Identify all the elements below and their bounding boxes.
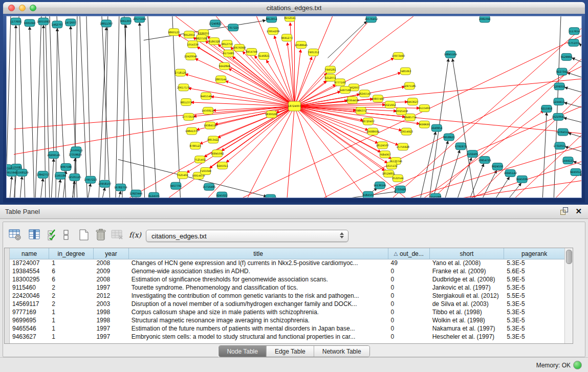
graph-node[interactable]: 1209358 [554, 83, 565, 90]
graph-node[interactable]: 10807487 [372, 95, 384, 102]
table-row[interactable]: 2242004622012Investigating the contribut… [10, 292, 565, 300]
tab-network-table[interactable]: Network Table [314, 346, 369, 357]
graph-node[interactable]: 9115460 [419, 105, 430, 112]
graph-node[interactable]: 8624550 [492, 163, 503, 170]
graph-node[interactable]: 17310551 [553, 142, 566, 149]
graph-node[interactable]: 9245012 [570, 168, 581, 176]
graph-node[interactable]: 7905352 [308, 49, 319, 56]
graph-node[interactable]: 12923446 [129, 190, 142, 197]
graph-node[interactable]: 9175685 [223, 50, 234, 57]
graph-node[interactable]: 9457791 [170, 182, 182, 189]
table-row[interactable]: 1830029562008Estimation of significance … [10, 275, 565, 283]
graph-node[interactable]: 18720407 [362, 118, 375, 125]
graph-node[interactable]: 10973493 [392, 52, 405, 59]
graph-node[interactable]: 9853422 [208, 136, 219, 143]
graph-node[interactable]: 8780123 [190, 142, 201, 149]
graph-node[interactable]: 6497568 [339, 86, 351, 94]
graph-node[interactable]: 9851373 [181, 99, 192, 106]
graph-node[interactable]: 16210643 [552, 113, 564, 120]
vertical-scrollbar[interactable] [564, 248, 573, 343]
table-row[interactable]: 946554611997Estimation of the future num… [10, 324, 565, 333]
graph-node[interactable]: 16055093 [37, 18, 50, 25]
float-panel-icon[interactable] [560, 207, 568, 215]
graph-node[interactable]: 15716485 [203, 183, 215, 190]
graph-node[interactable]: 9699695 [419, 121, 430, 128]
function-builder-icon[interactable]: f(x) [128, 228, 142, 242]
deselect-all-icon[interactable] [62, 228, 71, 242]
graph-node[interactable]: 12764512 [556, 128, 569, 136]
graph-node[interactable]: 13654923 [400, 128, 413, 135]
graph-node[interactable]: 1615132 [386, 162, 397, 169]
close-panel-icon[interactable]: ✕ [575, 207, 582, 215]
graph-node[interactable]: 16782759 [114, 184, 127, 191]
select-all-icon[interactable] [46, 228, 60, 242]
graph-node[interactable]: 18300295 [265, 111, 278, 118]
graph-node[interactable]: 19841370 [185, 127, 198, 135]
graph-node[interactable]: 9245011 [217, 162, 228, 169]
graph-node[interactable]: 20364456 [346, 97, 359, 104]
graph-node[interactable]: 12975185 [403, 82, 416, 90]
graph-node[interactable]: 9777169 [334, 79, 345, 86]
graph-node[interactable]: 8215958 [541, 105, 552, 113]
graph-node[interactable]: 1444123 [562, 157, 574, 164]
graph-node[interactable]: 17359924 [69, 151, 81, 158]
graph-node[interactable]: 7940281 [324, 66, 336, 73]
column-header-pagerank[interactable]: pagerank [504, 248, 565, 259]
memory-status-dot[interactable] [573, 361, 582, 369]
table-row[interactable]: 1938455462009Genome-wide association stu… [10, 267, 565, 275]
graph-node[interactable]: 1621662 [384, 101, 396, 108]
graph-node[interactable]: 10688609 [366, 128, 379, 135]
graph-node[interactable]: 7684067 [379, 151, 390, 158]
graph-node[interactable]: 9242848 [219, 62, 230, 70]
graph-node[interactable]: 22420046 [184, 53, 197, 60]
table-row[interactable]: 1456911722003Disruption of a novel membe… [10, 300, 565, 308]
graph-node[interactable]: 26576452 [365, 16, 378, 23]
graph-node[interactable]: 10945301 [264, 194, 277, 198]
graph-node[interactable]: 18245543 [358, 90, 371, 97]
graph-node[interactable]: 9463627 [407, 98, 418, 105]
graph-node[interactable]: 9097588 [60, 164, 72, 171]
graph-node[interactable]: 8124505 [148, 192, 160, 198]
table-row[interactable]: 1872400712008Changes of HCN gene express… [10, 259, 565, 267]
graph-node[interactable]: 2803144 [215, 76, 227, 83]
graph-node[interactable]: 10958107 [98, 180, 111, 187]
graph-node[interactable]: 17773550 [182, 113, 195, 120]
hub-node[interactable]: 18724007 [288, 101, 301, 111]
graph-node[interactable]: 8454749 [246, 48, 257, 55]
graph-node[interactable]: 8152541 [284, 16, 295, 21]
graph-node[interactable]: 8186328 [209, 38, 220, 45]
graph-node[interactable]: 10954721 [478, 157, 491, 164]
column-header-in_degree[interactable]: in_degree [49, 248, 94, 259]
network-graph[interactable]: 1830029598601238912954222605598275088186… [7, 16, 581, 198]
graph-node[interactable]: 2081094 [479, 16, 490, 23]
graph-node[interactable]: 9827508 [196, 35, 207, 42]
tab-edge-table[interactable]: Edge Table [267, 346, 314, 357]
graph-node[interactable]: 1145194 [55, 172, 66, 179]
graph-node[interactable]: 9305093 [24, 19, 35, 27]
graph-node[interactable]: 9361303 [120, 17, 132, 25]
graph-node[interactable]: 1177605 [10, 18, 21, 25]
graph-node[interactable]: 16845092 [211, 150, 224, 157]
graph-node[interactable]: 1733426 [395, 186, 406, 193]
column-header-year[interactable]: year [94, 248, 128, 259]
graph-node[interactable]: 18495754 [404, 114, 417, 121]
graph-node[interactable]: 15751074 [567, 39, 580, 47]
graph-node[interactable]: 8958923 [443, 134, 454, 141]
graph-node[interactable]: 1244413 [553, 98, 564, 105]
column-header-title[interactable]: title [129, 248, 388, 259]
graph-node[interactable]: 16845104 [444, 51, 457, 58]
graph-node[interactable]: 9184501 [362, 191, 374, 198]
graph-node[interactable]: 9146821 [258, 52, 269, 59]
graph-node[interactable]: 9245022 [216, 192, 228, 198]
graph-node[interactable]: 2522544 [392, 174, 403, 182]
graph-node[interactable]: 7485063 [400, 68, 411, 75]
new-table-icon[interactable] [77, 228, 91, 242]
graph-node[interactable]: 6791973 [455, 143, 466, 150]
delete-table-icon[interactable] [94, 228, 108, 242]
graph-node[interactable]: 11568129 [15, 169, 28, 176]
graph-node[interactable]: 1054339 [187, 41, 199, 48]
graph-node[interactable]: 17957223 [84, 176, 97, 183]
graph-node[interactable]: 20575694 [133, 16, 146, 23]
graph-node[interactable]: 2718120 [175, 69, 186, 76]
table-select-dropdown[interactable]: citations_edges.txt [146, 230, 349, 242]
